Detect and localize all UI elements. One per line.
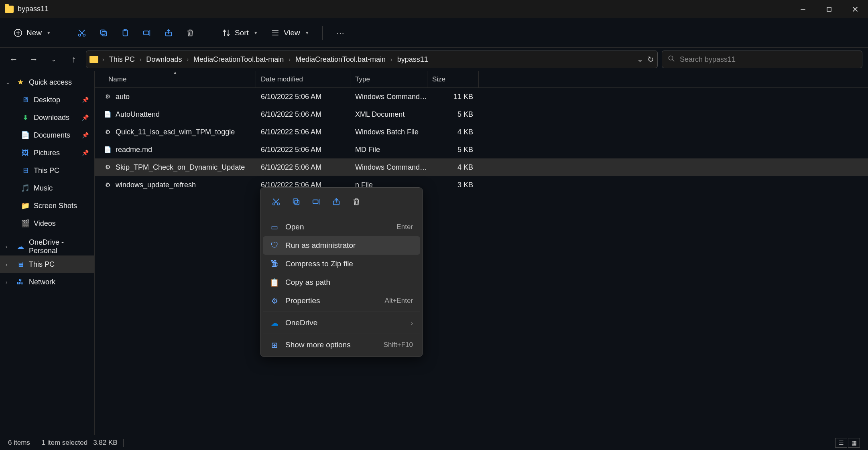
rename-button[interactable]: [137, 23, 157, 43]
sidebar-label: This PC: [34, 166, 59, 175]
view-details-button[interactable]: ☰: [835, 438, 847, 448]
svg-rect-11: [102, 31, 106, 36]
more-button[interactable]: ⋯: [331, 23, 350, 43]
ctx-rename-button[interactable]: [308, 193, 325, 210]
sidebar-thispc[interactable]: ›🖥This PC: [0, 255, 94, 273]
navigation-row: ← → ⌄ ↑ › This PC › Downloads › MediaCre…: [0, 48, 868, 71]
file-row[interactable]: ⚙windows_update_refresh 6/10/2022 5:06 A…: [95, 176, 868, 194]
sidebar-item-documents[interactable]: 📄Documents📌: [0, 126, 94, 144]
recent-button[interactable]: ⌄: [46, 51, 62, 67]
sidebar-item-pictures[interactable]: 🖼Pictures📌: [0, 144, 94, 162]
sidebar-quick-access[interactable]: ⌄ ★ Quick access: [0, 73, 94, 91]
file-row[interactable]: 📄AutoUnattend 6/10/2022 5:06 AM XML Docu…: [95, 105, 868, 123]
ctx-run-as-administrator[interactable]: 🛡 Run as administrator: [263, 236, 420, 255]
ctx-open[interactable]: ▭ Open Enter: [263, 218, 420, 236]
column-header-size[interactable]: Size: [427, 71, 479, 87]
ctx-compress[interactable]: 🗜 Compress to Zip file: [263, 255, 420, 273]
sidebar-item-videos[interactable]: 🎬Videos: [0, 215, 94, 232]
network-icon: 🖧: [16, 278, 25, 286]
breadcrumb[interactable]: MediaCreationTool.bat-main: [191, 54, 286, 65]
column-header-date[interactable]: Date modified: [256, 71, 350, 87]
refresh-button[interactable]: ↻: [647, 55, 654, 64]
breadcrumb[interactable]: MediaCreationTool.bat-main: [293, 54, 388, 65]
svg-rect-27: [295, 200, 299, 205]
forward-button[interactable]: →: [26, 51, 42, 67]
video-icon: 🎬: [21, 219, 30, 228]
batch-file-icon: ⚙: [104, 128, 112, 136]
search-box[interactable]: [662, 51, 862, 68]
sidebar-item-desktop[interactable]: 🖥Desktop📌: [0, 91, 94, 109]
chevron-right-icon[interactable]: ›: [6, 244, 7, 250]
ctx-copy-path[interactable]: 📋 Copy as path: [263, 273, 420, 292]
chevron-right-icon[interactable]: ›: [6, 261, 7, 268]
ctx-cut-button[interactable]: [268, 193, 285, 210]
cut-button[interactable]: [72, 23, 91, 43]
paste-button[interactable]: [116, 23, 135, 43]
sidebar-label: Quick access: [29, 78, 72, 87]
sidebar-network[interactable]: ›🖧Network: [0, 273, 94, 291]
svg-rect-28: [293, 199, 298, 203]
music-icon: 🎵: [21, 184, 30, 193]
close-button[interactable]: [842, 0, 868, 18]
breadcrumb[interactable]: This PC: [107, 54, 137, 65]
chevron-down-icon: ▾: [306, 30, 309, 36]
view-button[interactable]: View ▾: [265, 25, 314, 41]
chevron-down-icon[interactable]: ⌄: [6, 79, 10, 85]
ctx-delete-button[interactable]: [348, 193, 365, 210]
address-dropdown-button[interactable]: ⌄: [637, 55, 643, 64]
pin-icon: 📌: [82, 150, 89, 156]
sidebar-item-thispc[interactable]: 🖥This PC: [0, 162, 94, 179]
sidebar-item-screenshots[interactable]: 📁Screen Shots: [0, 197, 94, 215]
breadcrumb-separator: ›: [390, 56, 392, 63]
sidebar-label: Pictures: [34, 149, 60, 157]
breadcrumb[interactable]: bypass11: [395, 54, 431, 65]
column-header-name[interactable]: ▲Name: [95, 71, 256, 87]
sort-button[interactable]: Sort ▾: [216, 25, 263, 41]
breadcrumb-separator: ›: [102, 56, 104, 63]
ctx-show-more[interactable]: ⊞ Show more options Shift+F10: [263, 336, 420, 354]
column-header-type[interactable]: Type: [350, 71, 427, 87]
cloud-icon: ☁: [16, 242, 25, 251]
md-file-icon: 📄: [104, 146, 112, 154]
sidebar-label: This PC: [29, 260, 55, 269]
breadcrumb[interactable]: Downloads: [144, 54, 184, 65]
cloud-icon: ☁: [270, 318, 279, 328]
sidebar-item-music[interactable]: 🎵Music: [0, 179, 94, 197]
ctx-onedrive[interactable]: ☁ OneDrive ›: [263, 314, 420, 332]
status-selection: 1 item selected: [42, 439, 87, 447]
cmd-file-icon: ⚙: [104, 93, 112, 101]
sidebar-onedrive[interactable]: ›☁OneDrive - Personal: [0, 238, 94, 255]
address-bar[interactable]: › This PC › Downloads › MediaCreationToo…: [86, 51, 658, 68]
file-row[interactable]: ⚙auto 6/10/2022 5:06 AM Windows Command …: [95, 88, 868, 105]
view-label: View: [284, 28, 300, 37]
search-icon: [668, 55, 675, 64]
file-row[interactable]: 📄readme.md 6/10/2022 5:06 AM MD File 5 K…: [95, 141, 868, 158]
ctx-properties[interactable]: ⚙ Properties Alt+Enter: [263, 292, 420, 310]
column-headers: ▲Name Date modified Type Size: [95, 71, 868, 88]
up-button[interactable]: ↑: [66, 51, 82, 67]
svg-line-22: [672, 59, 674, 61]
folder-icon: [89, 56, 98, 63]
breadcrumb-separator: ›: [289, 56, 291, 63]
status-item-count: 6 items: [8, 439, 30, 447]
new-label: New: [26, 28, 42, 37]
sidebar-item-downloads[interactable]: ⬇Downloads📌: [0, 109, 94, 126]
back-button[interactable]: ←: [6, 51, 22, 67]
minimize-button[interactable]: [790, 0, 816, 18]
copy-button[interactable]: [94, 23, 113, 43]
ctx-share-button[interactable]: [328, 193, 345, 210]
title-bar: bypass11: [0, 0, 868, 18]
maximize-button[interactable]: [816, 0, 842, 18]
view-thumbnails-button[interactable]: ▦: [848, 438, 860, 448]
delete-button[interactable]: [181, 23, 200, 43]
share-button[interactable]: [159, 23, 178, 43]
search-input[interactable]: [680, 55, 856, 64]
chevron-right-icon[interactable]: ›: [6, 279, 7, 285]
file-row[interactable]: ⚙Quick_11_iso_esd_wim_TPM_toggle 6/10/20…: [95, 123, 868, 141]
breadcrumb-separator: ›: [187, 56, 189, 63]
new-button[interactable]: New ▾: [8, 25, 56, 41]
ctx-copy-button[interactable]: [288, 193, 305, 210]
sort-ascending-icon: ▲: [173, 70, 177, 75]
sidebar-label: Desktop: [34, 96, 60, 104]
file-row[interactable]: ⚙Skip_TPM_Check_on_Dynamic_Update 6/10/2…: [95, 158, 868, 176]
